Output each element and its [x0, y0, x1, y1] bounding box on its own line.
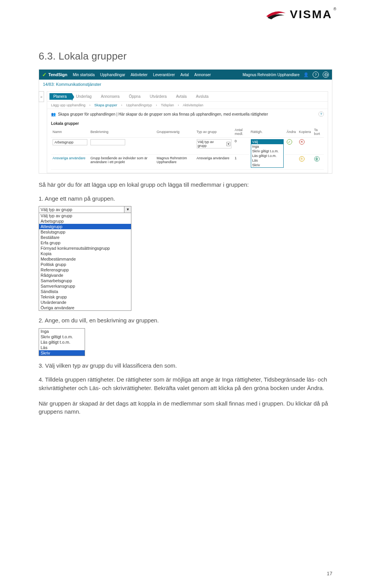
rights-option[interactable]: Skriv	[39, 350, 85, 356]
user-icon[interactable]: 👤	[303, 72, 309, 77]
rights-option[interactable]: Skriv giltigt t.o.m.	[39, 334, 85, 339]
dropdown-list[interactable]: Välj typ av gruppArbetsgruppAttestgruppB…	[39, 213, 131, 310]
dropdown-option[interactable]: Rådgivande	[39, 273, 131, 278]
row-desc: Grupp bestående av individer som är anvä…	[89, 155, 155, 170]
wiz-oppna[interactable]: Öppna	[125, 93, 146, 100]
row-typ: Ansvariga användare	[195, 155, 233, 170]
step-2: 2. Ange, om du vill, en beskrivning av g…	[39, 316, 332, 325]
sub-nav: Lägg upp upphandling› Skapa grupper› Upp…	[47, 101, 328, 109]
sub-skapa[interactable]: Skapa grupper	[94, 103, 117, 107]
help-icon[interactable]: ?	[313, 72, 319, 78]
dropdown-option[interactable]: Erfa grupp	[39, 240, 131, 245]
dropdown-option[interactable]: Förnyad konkurrensutsättningsgrupp	[39, 245, 131, 251]
wiz-annonsera[interactable]: Annonsera	[97, 93, 125, 100]
visma-swoosh-icon	[264, 9, 288, 20]
section-heading: 6.3. Lokala grupper	[39, 50, 332, 62]
wiz-utvardera[interactable]: Utvärdera	[146, 93, 172, 100]
sub-aktivitetsplan[interactable]: Aktivitetsplan	[183, 103, 203, 107]
sub-upphandlingstyp[interactable]: Upphandlingstyp	[126, 103, 152, 107]
dropdown-option[interactable]: Övriga användare	[39, 305, 131, 310]
rights-option[interactable]: Inga	[39, 328, 85, 334]
context-help-icon[interactable]: ?	[318, 111, 324, 117]
table-row: Arbetsgrupp Välj typ av grupp▾ 0 Välj In…	[51, 138, 324, 155]
count-cell: 0	[233, 138, 249, 155]
top-nav: Min startsida Upphandlingar Aktiviteter …	[73, 73, 242, 77]
dropdown-option[interactable]: Referensgrupp	[39, 267, 131, 273]
page-number: 17	[327, 571, 332, 576]
registered-mark: ®	[334, 7, 336, 11]
nav-avtal[interactable]: Avtal	[180, 73, 189, 77]
name-input[interactable]: Arbetsgrupp	[53, 139, 87, 145]
row-name-link[interactable]: Ansvariga användare	[53, 156, 85, 160]
type-select[interactable]: Välj typ av grupp▾	[197, 139, 232, 148]
app-topbar: ✓TendSign Min startsida Upphandlingar Ak…	[39, 70, 332, 80]
desc-input[interactable]	[90, 139, 125, 145]
group-icon: 👥	[51, 112, 56, 116]
dropdown-option[interactable]: Politisk grupp	[39, 262, 131, 267]
step-1: 1. Ange ett namn på gruppen.	[39, 194, 332, 203]
final-paragraph: När gruppen är skapad är det dags att ko…	[39, 399, 332, 416]
confirm-icon[interactable]: ✓	[287, 139, 292, 145]
visma-logo: VISMA ®	[264, 8, 332, 21]
dropdown-option[interactable]: Beställare	[39, 235, 131, 240]
th-typ: Typ av grupp	[195, 126, 233, 138]
nav-minstartsida[interactable]: Min startsida	[73, 73, 95, 77]
wiz-underlag[interactable]: Underlag	[72, 93, 97, 100]
groups-table: Namn Beskrivning Gruppansvarig Typ av gr…	[51, 126, 324, 170]
dropdown-option[interactable]: Samarbetsgrupp	[39, 278, 131, 283]
app-brand: ✓TendSign	[42, 72, 67, 78]
tendsign-app-screenshot: ✓TendSign Min startsida Upphandlingar Ak…	[39, 69, 332, 174]
table-title: Lokala grupper	[47, 119, 328, 126]
dropdown-option[interactable]: Kopia	[39, 251, 131, 256]
current-user[interactable]: Magnus Rehnström Upphandlare	[243, 73, 300, 77]
step-4: 4. Tilldela gruppen rättigheter. De rätt…	[39, 375, 332, 392]
th-namn: Namn	[51, 126, 89, 138]
th-andra: Ändra	[285, 126, 298, 138]
rights-listbox[interactable]: Välj Inga Skriv giltigt t.o.m. Läs gilti…	[251, 139, 284, 168]
rights-listbox-screenshot[interactable]: IngaSkriv giltigt t.o.m.Läs giltigt t.o.…	[39, 328, 85, 356]
nav-aktiviteter[interactable]: Aktiviteter	[131, 73, 148, 77]
th-antal: Antal medl.	[233, 126, 249, 138]
chevron-down-icon: ▾	[226, 142, 230, 146]
dropdown-option[interactable]: Medbestämmande	[39, 256, 131, 262]
wiz-avtala[interactable]: Avtala	[172, 93, 192, 100]
rights-option[interactable]: Läs	[39, 345, 85, 350]
row-count: 1	[233, 155, 249, 170]
nav-annonser[interactable]: Annonser	[194, 73, 211, 77]
row-ansvarig: Magnus Rehnström Upphandlare	[155, 155, 195, 170]
wiz-planera[interactable]: Planera	[49, 93, 72, 100]
power-icon[interactable]: ⏻	[323, 72, 329, 78]
step-3: 3. Välj vilken typ av grupp du vill klas…	[39, 361, 332, 370]
info-text: Skapa grupper för upphandlingen | Här sk…	[58, 112, 268, 116]
th-tabort: Ta bort	[313, 126, 324, 138]
th-beskrivning: Beskrivning	[89, 126, 155, 138]
sub-lagg[interactable]: Lägg upp upphandling	[51, 103, 85, 107]
nav-upphandlingar[interactable]: Upphandlingar	[100, 73, 125, 77]
th-gruppansvarig: Gruppansvarig	[155, 126, 195, 138]
group-type-dropdown-screenshot: Välj typ av grupp ▾ Välj typ av gruppArb…	[39, 206, 131, 311]
dropdown-option[interactable]: Sändlista	[39, 289, 131, 294]
dropdown-option[interactable]: Utvärderande	[39, 300, 131, 305]
th-rattigh: Rättigh.	[249, 126, 285, 138]
dropdown-arrow-icon[interactable]: ▾	[124, 206, 131, 213]
dropdown-selected[interactable]: Välj typ av grupp	[39, 206, 124, 213]
dropdown-option[interactable]: Attestgrupp	[39, 224, 131, 229]
copy-icon[interactable]: ⎘	[299, 156, 305, 162]
sidebar-expand-icon[interactable]: »	[39, 91, 44, 102]
sub-tidsplan[interactable]: Tidsplan	[161, 103, 174, 107]
dropdown-option[interactable]: Teknisk grupp	[39, 294, 131, 300]
visma-wordmark: VISMA	[290, 8, 332, 21]
nav-leverantorer[interactable]: Leverantörer	[153, 73, 175, 77]
intro-paragraph: Så här gör du för att lägga upp en lokal…	[39, 181, 332, 189]
dropdown-option[interactable]: Välj typ av grupp	[39, 213, 131, 218]
dropdown-option[interactable]: Arbetsgrupp	[39, 218, 131, 224]
rights-option[interactable]: Läs giltigt t.o.m.	[39, 339, 85, 345]
wiz-avsluta[interactable]: Avsluta	[192, 93, 214, 100]
dropdown-option[interactable]: Samverkansgrupp	[39, 283, 131, 289]
dropdown-option[interactable]: Beslutsgrupp	[39, 229, 131, 235]
th-kopiera: Kopiera	[298, 126, 313, 138]
wizard-steps: Planera Underlag Annonsera Öppna Utvärde…	[47, 92, 328, 101]
breadcrumb[interactable]: 14/83: Kommunikationstjänster	[39, 80, 332, 89]
delete-icon[interactable]: 🗑	[314, 156, 320, 162]
cancel-icon[interactable]: ✕	[299, 139, 305, 145]
